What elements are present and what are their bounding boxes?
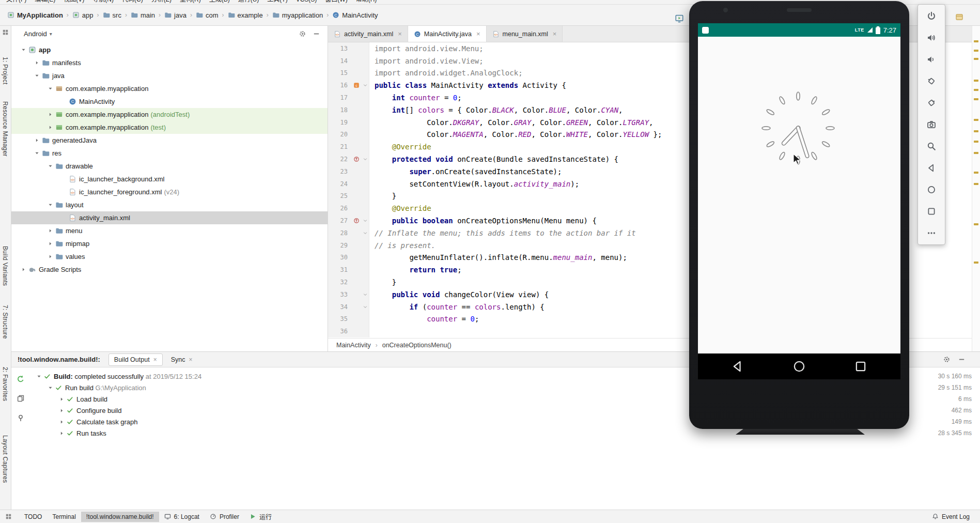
tool-windows-icon[interactable] — [2, 29, 9, 36]
menu-item[interactable]: 工具(T) — [263, 0, 291, 4]
power-button[interactable] — [925, 10, 938, 22]
breadcrumb-item[interactable]: main — [131, 11, 155, 19]
error-stripe[interactable] — [972, 26, 980, 351]
close-tab-icon[interactable]: × — [153, 356, 157, 363]
statusbar-item[interactable]: 运行 — [244, 511, 277, 522]
tree-item[interactable]: res — [11, 147, 328, 160]
back-button[interactable] — [925, 162, 938, 174]
editor-breadcrumb-item[interactable]: MainActivity — [336, 342, 371, 349]
statusbar-item[interactable]: !tool.window.name.build! — [81, 512, 159, 522]
menu-item[interactable]: 文件(F) — [2, 0, 30, 4]
menu-item[interactable]: 导航(N) — [88, 0, 118, 4]
nav-back-button[interactable] — [731, 360, 744, 373]
breadcrumb-item[interactable]: example — [228, 11, 263, 19]
menu-item[interactable]: 帮助(H) — [352, 0, 381, 4]
toolwindow-button[interactable]: 1: Project — [2, 57, 9, 85]
tree-item[interactable]: </>ic_launcher_background.xml — [11, 173, 328, 186]
build-tab[interactable]: Sync× — [166, 354, 198, 365]
build-settings-gear-icon[interactable] — [943, 356, 951, 363]
editor-tab[interactable]: CMainActivity.java× — [408, 26, 487, 42]
tree-item[interactable]: values — [11, 250, 328, 263]
statusbar-item[interactable]: TODO — [19, 512, 47, 522]
tree-item[interactable]: manifests — [11, 56, 328, 69]
editor-breadcrumb-item[interactable]: onCreateOptionsMenu() — [382, 342, 452, 349]
toolwindow-button[interactable]: Resource Manager — [2, 101, 9, 157]
breadcrumb-item[interactable]: app — [72, 11, 94, 19]
toolwindow-button[interactable]: 2: Favorites — [2, 367, 9, 401]
window-icon[interactable] — [955, 13, 963, 21]
tree-item[interactable]: com.example.myapplication — [11, 82, 328, 95]
breadcrumb-item[interactable]: myapplication — [272, 11, 323, 19]
minimize-panel-icon[interactable] — [958, 356, 966, 363]
menu-item[interactable]: 视图(V) — [59, 0, 88, 4]
close-tab-icon[interactable]: × — [476, 30, 480, 38]
toolwindow-button[interactable]: Layout Captures — [2, 435, 9, 483]
editor-tab[interactable]: </>activity_main.xml× — [328, 26, 408, 42]
breadcrumb-item[interactable]: CMainActivity — [332, 11, 378, 19]
breadcrumb-item[interactable]: src — [103, 11, 121, 19]
home-button[interactable] — [925, 183, 938, 196]
tree-item[interactable]: com.example.myapplication (test) — [11, 121, 328, 134]
nav-overview-button[interactable] — [854, 360, 867, 373]
breadcrumb-item[interactable]: MyApplication — [7, 11, 63, 19]
menu-item[interactable]: 运行(U) — [234, 0, 263, 4]
app-content[interactable] — [698, 37, 900, 353]
menu-item[interactable]: 代码(C) — [118, 0, 147, 4]
statusbar-item[interactable]: Profiler — [205, 512, 244, 522]
breadcrumb-item[interactable]: com — [196, 11, 219, 19]
volume-up-button[interactable] — [925, 32, 938, 44]
fold-icon[interactable] — [363, 83, 368, 88]
overview-button[interactable] — [925, 205, 938, 218]
toolwindow-button[interactable]: 7: Structure — [2, 305, 9, 339]
line-number: 22 — [328, 153, 352, 165]
menu-item[interactable]: 编辑(E) — [30, 0, 59, 4]
event-log-button[interactable]: Event Log — [932, 513, 975, 520]
camera-button[interactable] — [925, 118, 938, 131]
fold-icon[interactable] — [363, 218, 368, 223]
build-tab[interactable]: Build Output× — [108, 353, 163, 366]
menu-item[interactable]: 分析(Z) — [147, 0, 176, 4]
fold-icon[interactable] — [363, 292, 368, 297]
zoom-button[interactable] — [925, 140, 938, 152]
tree-item[interactable]: drawable — [11, 160, 328, 173]
more-button[interactable] — [925, 227, 938, 239]
editor-tab[interactable]: </>menu_main.xml× — [487, 26, 563, 42]
fold-icon[interactable] — [363, 304, 368, 310]
menu-item[interactable]: 重构(R) — [176, 0, 205, 4]
tree-item[interactable]: com.example.myapplication (androidTest) — [11, 108, 328, 121]
tree-item[interactable]: layout — [11, 198, 328, 211]
statusbar-item[interactable]: 6: Logcat — [159, 512, 205, 522]
menu-item[interactable]: 生成(B) — [205, 0, 234, 4]
tree-item[interactable]: </>activity_main.xml — [11, 211, 328, 224]
statusbar-item[interactable]: Terminal — [47, 512, 81, 522]
breadcrumb-item[interactable]: java — [164, 11, 186, 19]
tree-item[interactable]: mipmap — [11, 237, 328, 250]
fold-icon[interactable] — [363, 230, 368, 236]
volume-down-button[interactable] — [925, 53, 938, 66]
stripe-mark — [974, 262, 978, 264]
chevron-right-icon — [48, 241, 53, 247]
rotate-left-button[interactable] — [925, 75, 938, 87]
close-tab-icon[interactable]: × — [398, 30, 402, 38]
tree-item[interactable]: CMainActivity — [11, 95, 328, 108]
rotate-right-button[interactable] — [925, 97, 938, 109]
tree-item[interactable]: </>ic_launcher_foreground.xml (v24) — [11, 186, 328, 198]
toolwindow-button[interactable]: Build Variants — [2, 246, 9, 286]
toolwindow-switcher-icon[interactable] — [5, 513, 12, 520]
fold-icon[interactable] — [363, 157, 368, 162]
menu-item[interactable]: VCS(S) — [292, 0, 321, 4]
tree-item[interactable]: java — [11, 69, 328, 82]
close-tab-icon[interactable]: × — [553, 30, 557, 38]
menu-item[interactable]: 窗口(W) — [321, 0, 351, 4]
nav-home-button[interactable] — [792, 360, 806, 373]
layout-inspector-icon[interactable] — [675, 14, 684, 23]
tree-item[interactable]: app — [11, 43, 328, 56]
hide-panel-icon[interactable] — [313, 30, 320, 38]
project-view-selector[interactable]: Android — [24, 30, 47, 38]
tree-item[interactable]: Gradle Scripts — [11, 263, 328, 276]
phone-screen[interactable]: LTE 7:27 — [698, 23, 900, 379]
close-tab-icon[interactable]: × — [189, 356, 192, 363]
tree-item[interactable]: generatedJava — [11, 134, 328, 147]
settings-gear-icon[interactable] — [299, 30, 306, 38]
tree-item[interactable]: menu — [11, 224, 328, 237]
